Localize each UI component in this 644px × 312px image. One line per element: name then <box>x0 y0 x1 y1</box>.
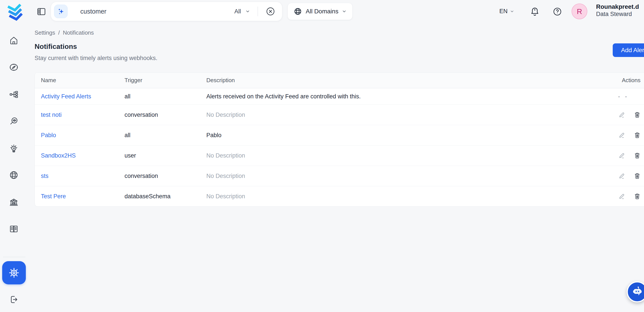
global-search-bar[interactable]: All <box>51 2 282 21</box>
alert-name-link[interactable]: test noti <box>41 111 62 118</box>
alert-name-link[interactable]: sts <box>41 173 48 179</box>
delete-trash-icon[interactable] <box>634 193 641 200</box>
insights-icon[interactable] <box>9 144 19 154</box>
domains-label: All Domains <box>306 8 338 15</box>
chevron-down-icon[interactable] <box>245 9 250 14</box>
edit-pencil-icon[interactable] <box>618 111 626 118</box>
alerts-table-body: Activity Feed AlertsallAlerts received o… <box>35 88 644 206</box>
alert-trigger: databaseSchema <box>124 193 170 200</box>
alert-name-link[interactable]: Activity Feed Alerts <box>41 93 91 100</box>
alert-description: No Description <box>206 173 245 179</box>
avatar-initial: R <box>577 7 582 16</box>
user-role: Data Steward <box>596 11 639 18</box>
edit-pencil-icon[interactable] <box>618 152 626 159</box>
search-input[interactable] <box>80 8 234 15</box>
app-logo[interactable] <box>5 1 26 22</box>
edit-pencil-icon[interactable] <box>618 131 626 139</box>
search-divider <box>258 7 258 16</box>
notifications-bell-icon[interactable] <box>530 6 540 17</box>
clear-search-icon[interactable] <box>266 6 276 17</box>
user-avatar[interactable]: R <box>572 4 587 19</box>
chevron-down-icon <box>342 9 346 14</box>
ai-sparkles-icon[interactable] <box>54 5 68 18</box>
column-header-trigger: Trigger <box>118 77 200 84</box>
alert-trigger: conversation <box>124 173 158 179</box>
chatbot-button[interactable] <box>627 281 644 302</box>
breadcrumb-separator: / <box>58 29 60 36</box>
delete-trash-icon[interactable] <box>634 152 641 159</box>
workflow-icon[interactable] <box>9 89 19 99</box>
delete-trash-icon[interactable] <box>634 111 641 118</box>
governance-bank-icon[interactable] <box>9 197 19 207</box>
table-row: stsconversationNo Description <box>35 166 644 186</box>
delete-trash-icon[interactable] <box>634 172 641 180</box>
breadcrumb-settings[interactable]: Settings <box>34 29 55 36</box>
alert-trigger: user <box>124 152 136 159</box>
home-icon[interactable] <box>9 36 19 46</box>
breadcrumb: Settings / Notifications <box>34 29 94 36</box>
table-header: Name Trigger Description Actions <box>35 73 644 88</box>
panel-toggle-icon[interactable] <box>36 7 46 17</box>
table-row: Sandbox2HSuserNo Description <box>35 145 644 166</box>
add-alert-button[interactable]: Add Alert <box>613 43 644 57</box>
language-selector[interactable]: EN <box>499 8 514 15</box>
page-title: Notifications <box>34 43 77 51</box>
no-actions-placeholder: - - <box>618 93 629 100</box>
column-header-actions: Actions <box>592 77 644 84</box>
language-label: EN <box>499 8 508 15</box>
user-name: Rounakpreet.d <box>596 3 639 11</box>
table-row: Test PeredatabaseSchemaNo Description <box>35 186 644 206</box>
help-icon[interactable] <box>552 7 562 17</box>
alerts-table: Name Trigger Description Actions Activit… <box>34 72 644 207</box>
domains-filter-dropdown[interactable]: All Domains <box>288 3 352 20</box>
alert-description: No Description <box>206 111 245 118</box>
delete-trash-icon[interactable] <box>634 131 641 139</box>
gear-icon <box>8 267 20 279</box>
table-row: PabloallPablo <box>35 125 644 145</box>
edit-pencil-icon[interactable] <box>618 193 626 200</box>
robot-icon <box>630 285 644 299</box>
alert-name-link[interactable]: Test Pere <box>41 193 66 200</box>
alert-name-link[interactable]: Pablo <box>41 132 56 138</box>
observability-icon[interactable] <box>9 116 19 126</box>
compass-icon[interactable] <box>9 62 19 72</box>
alert-description: No Description <box>206 193 245 200</box>
alert-trigger: all <box>124 93 130 100</box>
breadcrumb-notifications[interactable]: Notifications <box>63 29 94 36</box>
sidebar-item-settings-active[interactable] <box>2 261 26 284</box>
edit-pencil-icon[interactable] <box>618 172 626 180</box>
chevron-down-icon <box>510 9 514 14</box>
user-info[interactable]: Rounakpreet.d Data Steward <box>596 3 639 18</box>
alert-description: Alerts received on the Activity Feed are… <box>206 93 360 100</box>
alert-description: Pablo <box>206 132 222 138</box>
alert-name-link[interactable]: Sandbox2HS <box>41 152 76 159</box>
logout-icon[interactable] <box>9 294 19 304</box>
table-row: Activity Feed AlertsallAlerts received o… <box>35 88 644 104</box>
alert-description: No Description <box>206 152 245 159</box>
sidebar-divider <box>3 257 26 257</box>
globe-icon <box>294 7 302 16</box>
globe-icon[interactable] <box>9 170 19 180</box>
alert-trigger: conversation <box>124 111 158 118</box>
search-scope-label[interactable]: All <box>234 8 241 15</box>
column-header-name: Name <box>35 77 118 84</box>
page-subtitle: Stay current with timely alerts using we… <box>34 55 157 62</box>
table-row: test noticonversationNo Description <box>35 104 644 125</box>
alert-trigger: all <box>124 132 130 138</box>
docs-book-icon[interactable] <box>9 224 19 234</box>
column-header-description: Description <box>200 77 592 84</box>
